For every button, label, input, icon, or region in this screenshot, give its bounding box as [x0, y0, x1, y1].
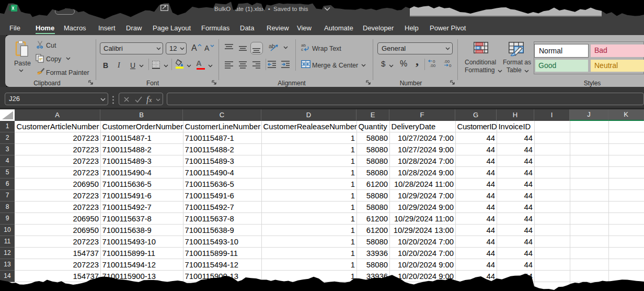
svg-text:0: 0 — [449, 63, 452, 67]
svg-text:c: c — [301, 47, 303, 51]
svg-text:.00: .00 — [430, 63, 436, 67]
